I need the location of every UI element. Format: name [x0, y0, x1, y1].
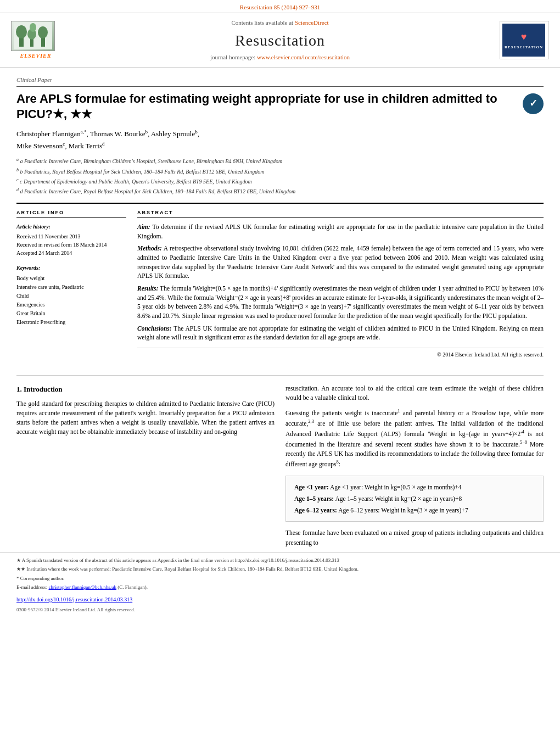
keyword-2: Intensive care units, Paediatric [16, 283, 126, 292]
formula-line-1: Age <1 year: Age <1 year: Weight in kg=(… [294, 482, 535, 493]
keywords-section: Keywords: Body weight Intensive care uni… [16, 264, 126, 327]
affiliations: a a Paediatric Intensive Care, Birmingha… [16, 157, 544, 196]
keyword-6: Electronic Prescribing [16, 318, 126, 327]
author-christopher: Christopher Flannigana,*, Thomas W. Bour… [16, 130, 199, 138]
body-divider [16, 375, 544, 376]
journal-header: ELSEVIER Contents lists available at Sci… [0, 13, 560, 68]
introduction-heading: 1. Introduction [16, 384, 275, 395]
doi-link[interactable]: http://dx.doi.org/10.1016/j.resuscitatio… [16, 596, 132, 602]
journal-name: Resuscitation [66, 30, 494, 51]
info-abstract-columns: ARTICLE INFO Article history: Received 1… [16, 203, 544, 359]
formula-line-2: Age 1–5 years: Age 1–5 years: Weight in … [294, 493, 535, 505]
resus-logo-image: ♥ RESUSCITATION [502, 24, 545, 57]
elsevier-wordmark: ELSEVIER [11, 52, 60, 60]
elsevier-logo: ELSEVIER [11, 21, 60, 60]
methods-text: A retrospective observational study invo… [137, 245, 544, 279]
resuscitation-logo-box: ♥ RESUSCITATION [500, 21, 549, 59]
footnote-star2: ★★ Institution where the work was perfor… [16, 566, 544, 573]
abstract-column: ABSTRACT Aim: To determine if the revise… [137, 209, 544, 359]
footnote-star1: ★ A Spanish translated version of the ab… [16, 557, 544, 565]
journal-center-header: Contents lists available at ScienceDirec… [66, 19, 494, 62]
journal-homepage: journal homepage: www.elsevier.com/locat… [66, 53, 494, 62]
methods-label: Methods: [137, 245, 162, 252]
doi-secondary: 0300-9572/© 2014 Elsevier Ireland Ltd. A… [0, 606, 560, 618]
section-number: 1. [16, 385, 22, 393]
section-title-text: Introduction [24, 385, 63, 393]
conclusions-text: The APLS UK formulae are not appropriate… [137, 325, 544, 341]
footnote-asterisk: * Corresponding author. [16, 575, 544, 583]
journal-ref: Resuscitation 85 (2014) 927–931 [240, 4, 320, 10]
crossmark-icon: ✓ [523, 93, 544, 114]
email-suffix: (C. Flannigan). [117, 584, 148, 590]
article-info-title: ARTICLE INFO [16, 209, 126, 219]
svg-point-2 [16, 25, 27, 38]
paragraph-after-formulae: These formulae have been evaluated on a … [285, 528, 544, 548]
body-columns: 1. Introduction The gold standard for pr… [0, 384, 560, 552]
affiliation-d: d d Paediatric Intensive Care, Royal Bel… [16, 187, 544, 196]
article-content: Clinical Paper Are APLS formulae for est… [0, 68, 560, 367]
keyword-3: Child [16, 292, 126, 300]
svg-point-6 [38, 26, 48, 38]
conclusions-label: Conclusions: [137, 325, 172, 332]
formula-age-label-2: Age 1–5 years: [294, 495, 334, 502]
authors: Christopher Flannigana,*, Thomas W. Bour… [16, 128, 544, 152]
abstract-aim: Aim: To determine if the revised APLS UK… [137, 222, 544, 241]
intro-paragraph-2: resuscitation. An accurate tool to aid t… [285, 384, 544, 403]
abstract-results: Results: The formula 'Weight=(0.5 × age … [137, 284, 544, 321]
formula-line-3: Age 6–12 years: Age 6–12 years: Weight i… [294, 505, 535, 516]
ref-2-3: 2,3 [308, 419, 314, 424]
section-label: Clinical Paper [16, 76, 544, 86]
email-link[interactable]: christopher.flannigan@bch.nhs.uk [48, 584, 116, 590]
abstract-methods: Methods: A retrospective observational s… [137, 244, 544, 281]
keyword-4: Emergencies [16, 300, 126, 309]
aim-text: To determine if the revised APLS UK form… [137, 224, 544, 239]
abstract-text: Aim: To determine if the revised APLS UK… [137, 222, 544, 342]
body-col-right: resuscitation. An accurate tool to aid t… [285, 384, 544, 552]
crossmark-badge: ✓ [523, 93, 544, 114]
received-date: Received 11 November 2013 [16, 233, 81, 239]
accepted-date: Accepted 24 March 2014 [16, 250, 72, 256]
formula-age-label-1: Age <1 year: [294, 484, 329, 490]
resuscitation-logo: ♥ RESUSCITATION [500, 21, 549, 59]
affiliation-b: b b Paediatrics, Royal Belfast Hospital … [16, 167, 544, 176]
body-col-left: 1. Introduction The gold standard for pr… [16, 384, 275, 552]
article-history: Article history: Received 11 November 20… [16, 222, 126, 257]
revised-date: Received in revised form 18 March 2014 [16, 242, 107, 248]
history-label: Article history: [16, 222, 126, 231]
results-label: Results: [137, 285, 158, 292]
content-available-line: Contents lists available at ScienceDirec… [66, 19, 494, 27]
formulae-box: Age <1 year: Age <1 year: Weight in kg=(… [285, 476, 544, 522]
keyword-5: Great Britain [16, 309, 126, 318]
intro-paragraph-1: The gold standard for prescribing therap… [16, 399, 275, 437]
copyright-line: © 2014 Elsevier Ireland Ltd. All rights … [137, 348, 544, 359]
article-info-column: ARTICLE INFO Article history: Received 1… [16, 209, 126, 359]
affiliation-c: c c Department of Epidemiology and Publi… [16, 177, 544, 186]
sciencedirect-link[interactable]: ScienceDirect [295, 19, 329, 26]
article-title-container: Are APLS formulae for estimating weight … [16, 91, 544, 122]
journal-top-bar: Resuscitation 85 (2014) 927–931 [0, 0, 560, 13]
doi-line: http://dx.doi.org/10.1016/j.resuscitatio… [0, 593, 560, 606]
keywords-label: Keywords: [16, 264, 126, 272]
resus-logo-text: RESUSCITATION [505, 45, 543, 51]
footnote-email: E-mail address: christopher.flannigan@bc… [16, 584, 544, 592]
intro-paragraph-3: Guessing the patients weight is inaccura… [285, 408, 544, 470]
abstract-conclusions: Conclusions: The APLS UK formulae are no… [137, 324, 544, 342]
aim-label: Aim: [137, 224, 150, 230]
results-text: The formula 'Weight=(0.5 × age in months… [137, 285, 544, 319]
svg-point-7 [30, 23, 36, 32]
article-title-text: Are APLS formulae for estimating weight … [16, 91, 517, 122]
homepage-link[interactable]: www.elsevier.com/locate/resuscitation [257, 54, 350, 60]
footnotes-area: ★ A Spanish translated version of the ab… [0, 552, 560, 592]
email-label: E-mail address: [16, 584, 47, 590]
heart-icon: ♥ [521, 30, 527, 44]
elsevier-tree-image [11, 21, 55, 51]
keyword-1: Body weight [16, 274, 126, 283]
formula-age-label-3: Age 6–12 years: [294, 507, 337, 514]
page: Resuscitation 85 (2014) 927–931 ELSEVIER [0, 0, 560, 742]
affiliation-a: a a Paediatric Intensive Care, Birmingha… [16, 157, 544, 165]
ref-5-8: 5–8 [520, 439, 527, 445]
author-mike: Mike Stevensonc, Mark Terrisd [16, 142, 104, 150]
abstract-title: ABSTRACT [137, 209, 544, 219]
